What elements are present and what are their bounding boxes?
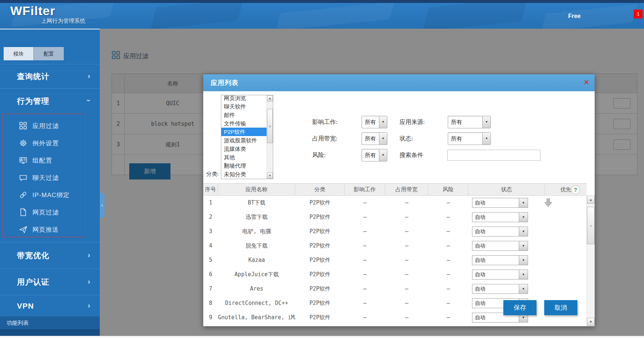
sidebar-item-exceptions[interactable]: 例外设置 — [0, 134, 100, 152]
status-select[interactable]: 自动 ▼ — [472, 241, 528, 251]
tab-config[interactable]: 配置 — [34, 47, 64, 60]
col-header-impact: 影响工作 — [345, 184, 385, 195]
category-option[interactable]: 网页浏览 — [221, 95, 273, 102]
idcard-icon — [19, 156, 27, 164]
sidebar-item-label: 带宽优化 — [17, 250, 49, 261]
sidebar-item-vpn[interactable]: VPN › — [0, 295, 100, 317]
source-filter-select[interactable]: 所有 ▼ — [448, 116, 491, 128]
cell-name: AppleJuice下载 — [218, 267, 295, 282]
scrollbar-thumb[interactable]: ≡ — [587, 207, 595, 244]
scrollbar-thumb[interactable]: ≡ — [267, 109, 273, 143]
cell-risk: – — [428, 239, 468, 253]
sidebar-item-chat-filter[interactable]: 聊天过滤 — [0, 169, 100, 186]
sidebar-item-group-config[interactable]: 组配置 — [0, 152, 100, 169]
impact-filter-select[interactable]: 所有 ▼ — [362, 116, 387, 128]
selected-value: 所有 — [451, 116, 462, 128]
close-icon[interactable]: × — [584, 78, 589, 87]
sidebar-item-ip-mac-binding[interactable]: IP-MAC绑定 — [0, 186, 100, 203]
sidebar-item-app-filter[interactable]: 应用过滤 — [0, 117, 100, 134]
top-header: WFilter 上网行为管理系统 Free 1 — [0, 0, 644, 29]
keyboard-art — [422, 0, 527, 29]
app-row: 7 Ares P2P软件 – – – 自动 ▼ — [203, 282, 587, 296]
save-button[interactable]: 保存 — [503, 300, 536, 315]
cell-category: P2P软件 — [295, 253, 345, 267]
selected-value: 所有 — [365, 116, 376, 128]
cell-no: 8 — [203, 296, 218, 310]
header-top-strip — [0, 0, 644, 3]
help-icon[interactable]: ? — [571, 185, 580, 194]
scroll-up-icon[interactable]: ▲ — [587, 196, 595, 204]
status-select[interactable]: 自动 ▼ — [472, 227, 528, 236]
risk-filter-select[interactable]: 所有 ▼ — [362, 149, 387, 161]
status-select[interactable]: 自动 ▼ — [472, 255, 528, 265]
cell-impact: – — [345, 224, 385, 239]
category-option[interactable]: 其他 — [221, 153, 273, 161]
cell-bandwidth: – — [385, 196, 428, 210]
select-arrow-icon: ▼ — [519, 241, 528, 250]
grip-icon: ≡ — [269, 124, 271, 128]
cell-no: 6 — [203, 267, 218, 282]
cancel-button[interactable]: 取消 — [544, 300, 577, 315]
sidebar-item-label: VPN — [17, 302, 34, 310]
cell-impact: – — [345, 282, 385, 296]
category-option[interactable]: 聊天软件 — [221, 102, 273, 111]
category-option[interactable]: 邮件 — [221, 111, 273, 119]
scroll-down-icon[interactable]: ▼ — [587, 318, 595, 326]
cell-no: 3 — [203, 224, 218, 239]
grip-icon: ≡ — [590, 224, 592, 228]
sidebar-item-label: 网页推送 — [32, 225, 59, 234]
category-option[interactable]: 文件传输 — [221, 119, 273, 128]
status-select[interactable]: 自动 ▼ — [472, 198, 528, 208]
category-option[interactable]: 流媒体类 — [221, 145, 273, 153]
category-option-selected[interactable]: P2P软件 — [221, 128, 273, 136]
sidebar-item-query-stats[interactable]: 查询统计 › — [0, 64, 100, 88]
move-down-icon[interactable] — [544, 198, 553, 208]
category-option[interactable]: 未知分类 — [221, 170, 273, 178]
cell-risk: – — [428, 224, 468, 239]
bandwidth-filter-select[interactable]: 所有 ▼ — [362, 132, 387, 145]
cell-name: BT下载 — [218, 196, 295, 210]
cell-impact: – — [345, 239, 385, 253]
status-select[interactable]: 自动 ▼ — [472, 212, 528, 222]
cell-no: 7 — [203, 282, 218, 296]
select-arrow-icon: ▼ — [519, 270, 528, 279]
sidebar-item-label: 查询统计 — [17, 71, 49, 82]
col-header-status: 状态 — [468, 184, 545, 195]
sidebar-item-behavior-mgmt[interactable]: 行为管理 › — [0, 88, 100, 114]
scroll-up-icon[interactable]: ▲ — [267, 95, 273, 102]
sidebar-item-label: 组配置 — [32, 156, 52, 164]
plane-icon — [19, 225, 27, 234]
sidebar-collapse-handle[interactable]: ‹ — [100, 193, 105, 218]
sidebar-item-label: IP-MAC绑定 — [32, 191, 70, 199]
table-scrollbar[interactable]: ▲ ≡ ▼ — [587, 196, 595, 326]
select-arrow-icon: ▼ — [379, 133, 387, 145]
app-row: 2 迅雷下载 P2P软件 – – – 自动 ▼ — [203, 210, 587, 224]
cell-risk: – — [428, 267, 468, 282]
status-select[interactable]: 自动 ▼ — [472, 284, 528, 294]
category-option[interactable]: 翻墙代理 — [221, 161, 273, 170]
sidebar-item-web-filter[interactable]: 网页过滤 — [0, 203, 100, 221]
notification-badge[interactable]: 1 — [634, 10, 643, 18]
cell-impact: – — [345, 296, 385, 310]
scroll-down-icon[interactable]: ▼ — [267, 172, 273, 179]
search-input[interactable] — [447, 150, 541, 161]
app-list-dialog: 应用列表 × 分类: 网页浏览 聊天软件 邮件 文件传输 P2P软件 游戏股票软… — [203, 74, 595, 326]
selected-value: 所有 — [365, 149, 376, 161]
cell-category: P2P软件 — [295, 282, 345, 296]
category-listbox: 网页浏览 聊天软件 邮件 文件传输 P2P软件 游戏股票软件 流媒体类 其他 翻… — [221, 95, 273, 179]
cell-category: P2P软件 — [295, 224, 345, 239]
cell-risk: – — [428, 253, 468, 267]
listbox-scrollbar[interactable]: ▲ ≡ ▼ — [267, 95, 273, 179]
status-select[interactable]: 自动 ▼ — [472, 270, 528, 280]
sidebar-item-bandwidth[interactable]: 带宽优化 › — [0, 242, 100, 268]
cell-category: P2P软件 — [295, 239, 345, 253]
tab-modules[interactable]: 模块 — [4, 47, 34, 60]
select-arrow-icon: ▼ — [519, 198, 528, 207]
cell-no: 4 — [203, 239, 218, 253]
status-filter-select[interactable]: 所有 ▼ — [448, 132, 491, 145]
sidebar-item-web-push[interactable]: 网页推送 — [0, 221, 100, 238]
chat-icon — [19, 174, 27, 182]
sidebar-item-user-auth[interactable]: 用户认证 › — [0, 268, 100, 295]
category-option[interactable]: 游戏股票软件 — [221, 136, 273, 145]
cell-name: 电驴, 电骡 — [218, 224, 295, 239]
